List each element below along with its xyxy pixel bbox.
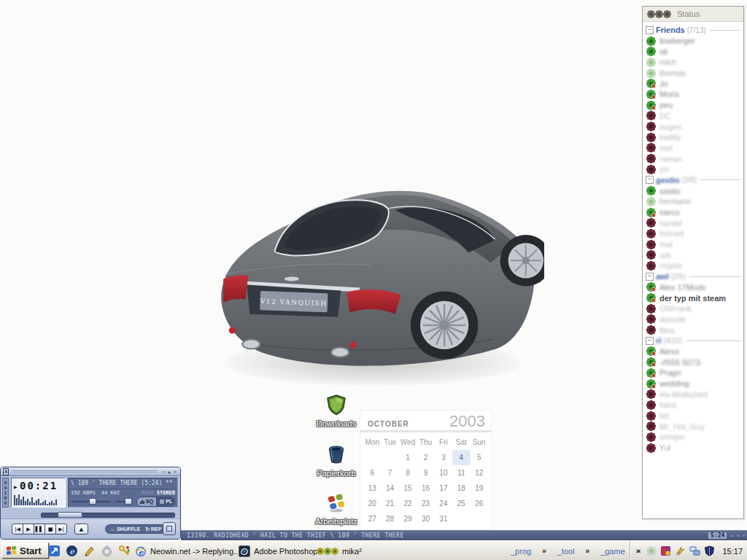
calendar-date[interactable]: 19 bbox=[471, 481, 488, 496]
calendar-date[interactable]: 1 bbox=[399, 450, 417, 465]
calendar-date[interactable]: 26 bbox=[471, 496, 488, 511]
contact-row[interactable]: kaddy bbox=[643, 132, 743, 143]
balance-slider[interactable] bbox=[115, 501, 132, 502]
collapse-icon[interactable]: − bbox=[646, 26, 654, 34]
calendar-date[interactable]: 17 bbox=[435, 481, 452, 496]
contact-row[interactable]: semjon bbox=[643, 432, 743, 443]
winamp-clutterbar[interactable]: OAIDV bbox=[2, 478, 9, 508]
contact-row[interactable]: Yul bbox=[643, 443, 743, 454]
calendar-date[interactable]: 18 bbox=[452, 481, 470, 496]
contact-row[interactable]: hanz bbox=[643, 400, 743, 411]
clutterbar-letter[interactable]: D bbox=[4, 495, 7, 500]
shade-button[interactable]: ▲ bbox=[166, 469, 172, 474]
contact-row[interactable]: mal bbox=[643, 239, 743, 250]
calendar-date[interactable]: 16 bbox=[417, 481, 434, 496]
calendar-date[interactable]: 24 bbox=[435, 496, 452, 511]
contact-row[interactable]: harald bbox=[643, 217, 743, 228]
play-button[interactable]: ▶ bbox=[23, 524, 34, 534]
contact-row[interactable]: thomas bbox=[643, 68, 743, 79]
clutterbar-letter[interactable]: I bbox=[4, 490, 7, 495]
contact-row[interactable]: Ha-Mothched bbox=[643, 389, 743, 400]
contact-row[interactable]: fitna bbox=[643, 324, 743, 335]
close-button[interactable]: ✕ bbox=[172, 469, 178, 474]
calendar-date[interactable]: 5 bbox=[471, 450, 488, 465]
calendar-date[interactable]: 28 bbox=[381, 511, 398, 526]
contact-row[interactable]: peu bbox=[643, 100, 743, 111]
contact-row[interactable]: zio bbox=[643, 164, 743, 175]
contact-row[interactable]: danude bbox=[643, 314, 743, 325]
calendar-date[interactable]: 12 bbox=[471, 465, 488, 481]
contact-row[interactable]: der typ mit steam bbox=[643, 292, 743, 303]
calendar-date[interactable]: 20 bbox=[363, 496, 381, 511]
calendar-date[interactable]: 2 bbox=[417, 450, 434, 465]
contact-row[interactable]: heinad bbox=[643, 228, 743, 239]
silver-ring-icon[interactable] bbox=[101, 545, 113, 557]
calendar-date[interactable]: 27 bbox=[363, 511, 381, 526]
contact-row[interactable]: Jo bbox=[643, 78, 743, 89]
previous-button[interactable]: |◀ bbox=[12, 524, 23, 534]
collapse-icon[interactable]: − bbox=[646, 176, 654, 184]
winamp-titlebar-ridges[interactable] bbox=[12, 470, 158, 473]
clutterbar-letter[interactable]: V bbox=[4, 500, 7, 505]
gold-pencil-icon[interactable] bbox=[83, 545, 96, 557]
contact-row[interactable]: mich bbox=[643, 57, 743, 68]
contact-row[interactable]: mel bbox=[643, 143, 743, 154]
contact-group-header[interactable]: −awl(2/5) bbox=[643, 271, 743, 282]
toolbar-game-label[interactable]: _game bbox=[600, 547, 625, 556]
calendar-selected-date[interactable]: 4 bbox=[452, 450, 470, 465]
buddy-list-header[interactable]: Status bbox=[643, 7, 743, 22]
pale-flower-tray-icon[interactable] bbox=[646, 546, 657, 556]
clutterbar-letter[interactable]: A bbox=[4, 485, 7, 490]
calendar-date[interactable]: 23 bbox=[417, 496, 434, 511]
tray-collapse-chevron[interactable]: « bbox=[637, 547, 641, 555]
winamp-menu-icon[interactable]: A bbox=[3, 468, 9, 475]
network-tray-icon[interactable] bbox=[689, 545, 700, 556]
contact-row[interactable]: Alex 17Mods bbox=[643, 282, 743, 293]
playlist-button[interactable]: PL bbox=[156, 497, 175, 506]
calendar-date[interactable]: 13 bbox=[363, 481, 381, 496]
desktop-icon-papierkorb[interactable]: Papierkorb bbox=[305, 443, 368, 479]
collapse-icon[interactable]: − bbox=[646, 273, 654, 281]
contact-row[interactable]: oli bbox=[643, 46, 743, 57]
contact-row[interactable]: OSFrank bbox=[643, 303, 743, 314]
calendar-date[interactable]: 22 bbox=[399, 496, 417, 511]
red-app-tray-icon[interactable] bbox=[660, 545, 671, 556]
collapse-icon[interactable]: − bbox=[646, 337, 654, 345]
calendar-date[interactable]: 14 bbox=[381, 481, 398, 496]
contact-row[interactable]: regala bbox=[643, 260, 743, 271]
contact-row[interactable]: Prago bbox=[643, 368, 743, 378]
contact-row[interactable]: sastio bbox=[643, 185, 743, 196]
contact-row[interactable]: wedding bbox=[643, 378, 743, 389]
winamp-track-title[interactable]: \ 109 ' THERE THERE (5:24) ** bbox=[69, 478, 177, 489]
calendar-date[interactable]: 31 bbox=[435, 511, 452, 526]
repeat-toggle[interactable]: ↻ REP bbox=[145, 526, 161, 532]
color-keys-icon[interactable] bbox=[118, 545, 131, 557]
winamp-titlebar[interactable]: A −▲✕ bbox=[1, 467, 180, 476]
stop-button[interactable]: ■ bbox=[44, 524, 56, 534]
ticker-down-button[interactable]: ▾ bbox=[737, 533, 740, 539]
clutterbar-letter[interactable]: O bbox=[4, 480, 7, 485]
calendar-date[interactable]: 29 bbox=[399, 511, 417, 526]
taskbar-task-button[interactable]: mika² bbox=[317, 544, 362, 558]
contact-row[interactable]: -#555 5073- bbox=[643, 357, 743, 368]
calendar-date[interactable]: 10 bbox=[435, 465, 452, 481]
contact-row[interactable]: roman bbox=[643, 153, 743, 164]
contact-group-header[interactable]: −Friends(7/13) bbox=[643, 25, 743, 36]
contact-group-header[interactable]: −gestio(3/8) bbox=[643, 175, 743, 186]
toolbar-chevron[interactable]: » bbox=[542, 547, 546, 555]
taskbar-task-button[interactable]: eNeowin.net -> Replying... bbox=[135, 544, 240, 558]
minimize-button[interactable]: − bbox=[160, 469, 166, 474]
calendar-date[interactable]: 15 bbox=[399, 481, 417, 496]
contact-row[interactable]: DC bbox=[643, 111, 743, 122]
contact-row[interactable]: Moris bbox=[643, 89, 743, 100]
equalizer-button[interactable]: EQ bbox=[137, 497, 156, 506]
toolbar-chevron[interactable]: » bbox=[586, 547, 590, 555]
shield-tray-icon[interactable] bbox=[704, 545, 715, 556]
calendar-date[interactable]: 3 bbox=[435, 450, 452, 465]
position-slider[interactable] bbox=[41, 513, 175, 518]
ticker-close-button[interactable]: ✕ bbox=[743, 533, 746, 539]
taskbar-task-button[interactable]: Adobe Photoshop bbox=[239, 544, 317, 558]
contact-group-header[interactable]: −rl(4/10) bbox=[643, 335, 743, 346]
volume-slider[interactable] bbox=[71, 501, 111, 502]
contact-row[interactable]: Mr_Hot_Guy bbox=[643, 421, 743, 432]
